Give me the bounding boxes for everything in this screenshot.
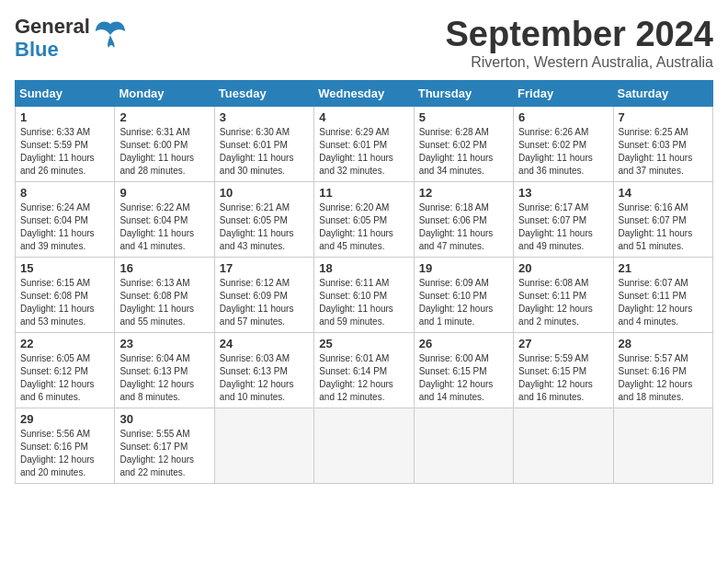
calendar-cell: 24Sunrise: 6:03 AMSunset: 6:13 PMDayligh… [214, 333, 313, 408]
calendar-cell [414, 408, 513, 484]
calendar-cell: 27Sunrise: 5:59 AMSunset: 6:15 PMDayligh… [514, 333, 613, 408]
day-info: Sunrise: 6:01 AMSunset: 6:14 PMDaylight:… [319, 353, 393, 402]
day-info: Sunrise: 6:25 AMSunset: 6:03 PMDaylight:… [619, 127, 693, 176]
month-title: September 2024 [446, 15, 714, 54]
day-info: Sunrise: 6:04 AMSunset: 6:13 PMDaylight:… [119, 353, 194, 402]
day-number: 9 [119, 186, 209, 200]
day-number: 15 [20, 261, 109, 275]
calendar-cell: 18Sunrise: 6:11 AMSunset: 6:10 PMDayligh… [314, 258, 414, 333]
calendar-table: SundayMondayTuesdayWednesdayThursdayFrid… [15, 80, 713, 484]
day-number: 10 [220, 186, 309, 200]
logo-blue-text: Blue [15, 38, 90, 61]
logo-bird-icon [94, 17, 127, 56]
day-number: 14 [619, 186, 708, 200]
day-info: Sunrise: 5:56 AMSunset: 6:16 PMDaylight:… [20, 429, 95, 477]
col-header-friday: Friday [514, 81, 613, 107]
calendar-cell: 20Sunrise: 6:08 AMSunset: 6:11 PMDayligh… [514, 258, 613, 333]
day-number: 17 [220, 261, 309, 275]
day-info: Sunrise: 6:20 AMSunset: 6:05 PMDaylight:… [319, 202, 393, 251]
day-number: 1 [20, 110, 109, 124]
calendar-cell: 10Sunrise: 6:21 AMSunset: 6:05 PMDayligh… [214, 182, 313, 258]
calendar-cell: 4Sunrise: 6:29 AMSunset: 6:01 PMDaylight… [314, 107, 414, 182]
day-number: 2 [119, 110, 209, 124]
day-number: 26 [419, 337, 508, 350]
col-header-wednesday: Wednesday [314, 81, 414, 107]
day-info: Sunrise: 6:31 AMSunset: 6:00 PMDaylight:… [119, 127, 194, 176]
day-info: Sunrise: 6:11 AMSunset: 6:10 PMDaylight:… [319, 278, 393, 327]
calendar-cell: 5Sunrise: 6:28 AMSunset: 6:02 PMDaylight… [414, 107, 513, 182]
day-number: 6 [518, 110, 608, 124]
day-number: 29 [20, 412, 109, 426]
logo: General Blue [15, 15, 127, 62]
day-number: 12 [419, 186, 508, 200]
calendar-cell: 25Sunrise: 6:01 AMSunset: 6:14 PMDayligh… [314, 333, 414, 408]
day-info: Sunrise: 6:18 AMSunset: 6:06 PMDaylight:… [419, 202, 494, 251]
day-number: 27 [518, 337, 608, 350]
day-info: Sunrise: 6:13 AMSunset: 6:08 PMDaylight:… [119, 278, 194, 327]
calendar-cell: 26Sunrise: 6:00 AMSunset: 6:15 PMDayligh… [414, 333, 513, 408]
day-number: 11 [319, 186, 408, 200]
day-info: Sunrise: 6:30 AMSunset: 6:01 PMDaylight:… [220, 127, 294, 176]
calendar-cell [214, 408, 313, 484]
calendar-cell: 13Sunrise: 6:17 AMSunset: 6:07 PMDayligh… [514, 182, 613, 258]
day-info: Sunrise: 5:55 AMSunset: 6:17 PMDaylight:… [119, 429, 194, 477]
calendar-cell: 30Sunrise: 5:55 AMSunset: 6:17 PMDayligh… [115, 408, 214, 484]
location-subtitle: Riverton, Western Australia, Australia [446, 54, 714, 71]
day-number: 20 [518, 261, 608, 275]
day-info: Sunrise: 6:22 AMSunset: 6:04 PMDaylight:… [119, 202, 194, 251]
calendar-cell: 7Sunrise: 6:25 AMSunset: 6:03 PMDaylight… [613, 107, 712, 182]
col-header-tuesday: Tuesday [214, 81, 313, 107]
calendar-cell [613, 408, 712, 484]
calendar-cell [314, 408, 414, 484]
calendar-cell: 16Sunrise: 6:13 AMSunset: 6:08 PMDayligh… [115, 258, 214, 333]
col-header-monday: Monday [115, 81, 214, 107]
day-info: Sunrise: 6:24 AMSunset: 6:04 PMDaylight:… [20, 202, 95, 251]
calendar-cell: 9Sunrise: 6:22 AMSunset: 6:04 PMDaylight… [115, 182, 214, 258]
title-area: September 2024 Riverton, Western Austral… [446, 15, 714, 71]
calendar-cell: 2Sunrise: 6:31 AMSunset: 6:00 PMDaylight… [115, 107, 214, 182]
calendar-cell: 1Sunrise: 6:33 AMSunset: 5:59 PMDaylight… [16, 107, 115, 182]
day-info: Sunrise: 6:05 AMSunset: 6:12 PMDaylight:… [20, 353, 95, 402]
calendar-cell: 19Sunrise: 6:09 AMSunset: 6:10 PMDayligh… [414, 258, 513, 333]
day-info: Sunrise: 6:21 AMSunset: 6:05 PMDaylight:… [220, 202, 294, 251]
day-info: Sunrise: 6:12 AMSunset: 6:09 PMDaylight:… [220, 278, 294, 327]
calendar-cell: 17Sunrise: 6:12 AMSunset: 6:09 PMDayligh… [214, 258, 313, 333]
col-header-saturday: Saturday [613, 81, 712, 107]
calendar-cell: 15Sunrise: 6:15 AMSunset: 6:08 PMDayligh… [16, 258, 115, 333]
day-number: 19 [419, 261, 508, 275]
day-info: Sunrise: 6:28 AMSunset: 6:02 PMDaylight:… [419, 127, 494, 176]
calendar-cell: 29Sunrise: 5:56 AMSunset: 6:16 PMDayligh… [16, 408, 115, 484]
day-info: Sunrise: 6:07 AMSunset: 6:11 PMDaylight:… [619, 278, 693, 327]
calendar-cell: 28Sunrise: 5:57 AMSunset: 6:16 PMDayligh… [613, 333, 712, 408]
day-info: Sunrise: 6:08 AMSunset: 6:11 PMDaylight:… [518, 278, 593, 327]
calendar-cell: 23Sunrise: 6:04 AMSunset: 6:13 PMDayligh… [115, 333, 214, 408]
calendar-cell: 21Sunrise: 6:07 AMSunset: 6:11 PMDayligh… [613, 258, 712, 333]
day-number: 7 [619, 110, 708, 124]
day-info: Sunrise: 6:16 AMSunset: 6:07 PMDaylight:… [619, 202, 693, 251]
calendar-cell: 3Sunrise: 6:30 AMSunset: 6:01 PMDaylight… [214, 107, 313, 182]
calendar-cell: 22Sunrise: 6:05 AMSunset: 6:12 PMDayligh… [16, 333, 115, 408]
day-info: Sunrise: 6:17 AMSunset: 6:07 PMDaylight:… [518, 202, 593, 251]
day-number: 30 [119, 412, 209, 426]
calendar-cell: 6Sunrise: 6:26 AMSunset: 6:02 PMDaylight… [514, 107, 613, 182]
day-number: 3 [220, 110, 309, 124]
calendar-cell: 11Sunrise: 6:20 AMSunset: 6:05 PMDayligh… [314, 182, 414, 258]
day-number: 24 [220, 337, 309, 350]
day-number: 28 [619, 337, 708, 350]
calendar-cell: 14Sunrise: 6:16 AMSunset: 6:07 PMDayligh… [613, 182, 712, 258]
day-number: 8 [20, 186, 109, 200]
day-number: 23 [119, 337, 209, 350]
day-number: 21 [619, 261, 708, 275]
day-info: Sunrise: 6:15 AMSunset: 6:08 PMDaylight:… [20, 278, 95, 327]
day-number: 4 [319, 110, 408, 124]
logo-text: General [15, 15, 90, 38]
calendar-cell [514, 408, 613, 484]
day-number: 25 [319, 337, 408, 350]
day-number: 18 [319, 261, 408, 275]
day-info: Sunrise: 6:00 AMSunset: 6:15 PMDaylight:… [419, 353, 494, 402]
calendar-cell: 8Sunrise: 6:24 AMSunset: 6:04 PMDaylight… [16, 182, 115, 258]
day-number: 13 [518, 186, 608, 200]
col-header-sunday: Sunday [16, 81, 115, 107]
calendar-cell: 12Sunrise: 6:18 AMSunset: 6:06 PMDayligh… [414, 182, 513, 258]
day-number: 5 [419, 110, 508, 124]
